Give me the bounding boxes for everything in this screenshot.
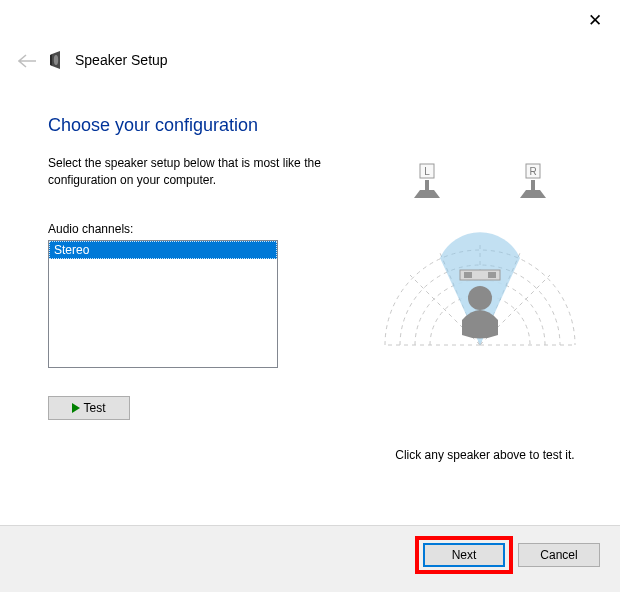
svg-text:R: R bbox=[529, 166, 536, 177]
cancel-button-label: Cancel bbox=[540, 548, 577, 562]
test-button[interactable]: Test bbox=[48, 396, 130, 420]
audio-channels-label: Audio channels: bbox=[48, 222, 133, 236]
speaker-setup-window: ✕ Speaker Setup Choose your configuratio… bbox=[0, 0, 620, 592]
close-icon[interactable]: ✕ bbox=[588, 12, 602, 29]
next-button[interactable]: Next bbox=[423, 543, 505, 567]
instruction-text: Select the speaker setup below that is m… bbox=[48, 155, 328, 190]
svg-point-13 bbox=[468, 286, 492, 310]
test-button-label: Test bbox=[83, 401, 105, 415]
back-arrow-icon bbox=[18, 52, 36, 73]
speaker-test-tip: Click any speaker above to test it. bbox=[370, 448, 600, 462]
svg-text:L: L bbox=[424, 166, 430, 177]
svg-marker-16 bbox=[414, 190, 440, 198]
svg-rect-17 bbox=[425, 180, 429, 190]
svg-rect-12 bbox=[488, 272, 496, 278]
speaker-icon bbox=[48, 50, 68, 73]
page-heading: Choose your configuration bbox=[48, 115, 258, 136]
audio-channels-listbox[interactable]: Stereo bbox=[48, 240, 278, 368]
svg-rect-11 bbox=[464, 272, 472, 278]
svg-marker-1 bbox=[50, 54, 52, 66]
svg-point-2 bbox=[54, 55, 58, 65]
play-icon bbox=[72, 403, 80, 413]
next-button-label: Next bbox=[452, 548, 477, 562]
list-item-stereo[interactable]: Stereo bbox=[49, 241, 277, 259]
cancel-button[interactable]: Cancel bbox=[518, 543, 600, 567]
svg-rect-21 bbox=[531, 180, 535, 190]
left-speaker-icon[interactable]: L bbox=[414, 164, 440, 198]
right-speaker-icon[interactable]: R bbox=[520, 164, 546, 198]
window-title: Speaker Setup bbox=[75, 52, 168, 68]
svg-marker-20 bbox=[520, 190, 546, 198]
speaker-diagram: L R bbox=[370, 150, 590, 370]
